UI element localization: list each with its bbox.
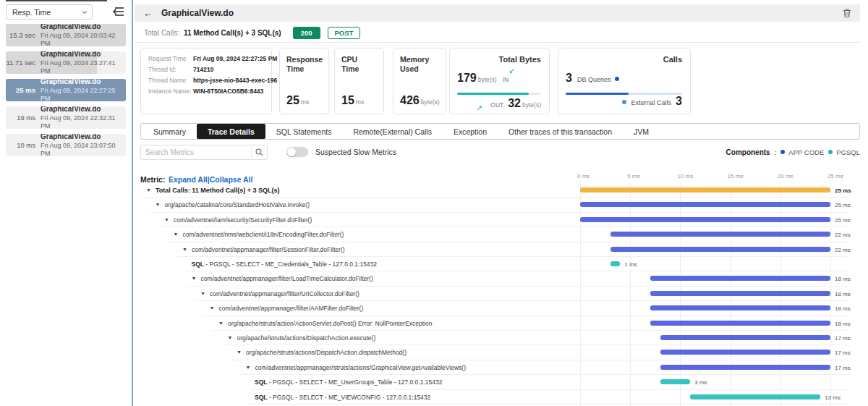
trace-row[interactable]: SQL - PGSQL - SELECT - ME_UserGroups_Tab… (140, 375, 864, 389)
trace-detail-panel: ← GraphicalView.do Total Calls: 11 Metho… (135, 0, 868, 406)
memory-used-value: 426 (400, 94, 420, 106)
duration-label: 18 ms (835, 321, 851, 327)
response-time-value: 25 (286, 94, 299, 106)
collapse-arrow-icon[interactable]: ▼ (246, 365, 251, 370)
collapse-arrow-icon[interactable]: ▼ (210, 305, 215, 310)
duration-bar[interactable] (580, 217, 830, 222)
collapse-arrow-icon[interactable]: ▼ (182, 247, 187, 252)
duration-bar[interactable] (610, 247, 830, 252)
trace-row-label: ▼com/adventnet/appmanager/struts/actions… (246, 364, 466, 371)
trace-row[interactable]: ▼org/apache/struts/actions/DispatchActio… (140, 345, 864, 360)
trace-duration: 15.3 sec (6, 31, 41, 39)
trace-row[interactable]: ▼Total Calls: 11 Method Call(s) + 3 SQL(… (140, 183, 864, 198)
duration-label: 25 ms (835, 202, 851, 208)
legend-app-code: APP CODE (780, 148, 824, 156)
duration-bar[interactable] (660, 365, 830, 370)
duration-bar[interactable] (650, 305, 830, 310)
collapse-arrow-icon[interactable]: ▼ (228, 335, 233, 340)
trace-row-label: ▼org/apache/struts/action/ActionServlet.… (218, 320, 432, 327)
search-metrics-box (140, 145, 268, 160)
duration-label: 17 ms (835, 335, 851, 342)
tab-remote-external-calls[interactable]: Remote(External) Calls (342, 124, 443, 139)
request-time-label: Request Time (148, 55, 193, 63)
trace-row[interactable]: ▼org/apache/struts/action/ActionServlet.… (140, 316, 864, 331)
cpu-time-value: 15 (341, 94, 354, 106)
tab-trace-details[interactable]: Trace Details (197, 124, 265, 139)
duration-bar[interactable] (650, 321, 830, 326)
trace-row[interactable]: SQL - PGSQL - SELECT - ME_VIEWCONFIG - 1… (140, 390, 864, 405)
bytes-in-label: IN (503, 76, 509, 83)
trace-row[interactable]: ▼com/adventnet/appmanager/filter/Session… (140, 242, 864, 257)
trace-row[interactable]: SQL - PGSQL - SELECT - ME_Credentials_Ta… (140, 257, 864, 271)
collapse-arrow-icon[interactable]: ▼ (237, 350, 242, 355)
suspected-slow-metrics-toggle[interactable] (286, 147, 308, 157)
collapse-sidebar-icon[interactable] (111, 5, 126, 18)
trace-list-item[interactable]: 25 msGraphicalView.doFri Aug 09, 2024 22… (6, 79, 126, 101)
top-edge-artifact (6, 0, 107, 1)
sort-by-dropdown[interactable]: Resp. Time (6, 4, 93, 20)
sort-by-value: Resp. Time (12, 8, 51, 17)
back-button[interactable]: ← (143, 8, 153, 19)
duration-bar[interactable] (690, 394, 820, 399)
trace-list-item[interactable]: 10 msGraphicalView.doFri Aug 09, 2024 23… (6, 134, 126, 156)
db-queries-value: 3 (566, 72, 572, 84)
duration-bar[interactable] (610, 232, 830, 237)
trace-timestamp: Fri Aug 09, 2024 22:32:31 PM (41, 114, 126, 130)
trace-list-item[interactable]: 11.71 secGraphicalView.doFri Aug 09, 202… (6, 51, 126, 74)
duration-bar[interactable] (580, 202, 830, 207)
tab-sql-statements[interactable]: SQL Statements (265, 124, 343, 139)
tab-jvm[interactable]: JVM (623, 124, 660, 139)
trace-row[interactable]: ▼com/adventnet/appmanager/filter/LoadTim… (140, 271, 864, 286)
summary-bar: Total Calls: 11 Method Call(s) + 3 SQL(s… (135, 24, 860, 43)
duration-bar[interactable] (580, 187, 830, 193)
http-method-badge: POST (328, 27, 361, 39)
trace-row[interactable]: ▼com/adventnet/appmanager/filter/UriColl… (140, 287, 864, 301)
collapse-arrow-icon[interactable]: ▼ (192, 276, 197, 281)
bytes-meter (457, 93, 541, 95)
trace-row[interactable]: ▼com/adventnet/nms/webclient/i18n/Encodi… (140, 227, 864, 242)
trace-row-label: ▼com/adventnet/appmanager/filter/AAMFilt… (210, 305, 364, 312)
tab-other-traces-of-this-transaction[interactable]: Other traces of this transaction (498, 124, 623, 139)
trace-duration: 10 ms (6, 141, 41, 149)
duration-bar[interactable] (660, 335, 830, 340)
trace-row[interactable]: ▼com/adventnet/iam/security/SecurityFilt… (140, 213, 864, 227)
trace-duration: 11.71 sec (6, 59, 41, 67)
collapse-arrow-icon[interactable]: ▼ (146, 187, 151, 193)
collapse-arrow-icon[interactable]: ▼ (218, 321, 224, 326)
collapse-arrow-icon[interactable]: ▼ (174, 232, 179, 237)
trace-row-label: SQL - PGSQL - SELECT - ME_UserGroups_Tab… (255, 378, 442, 386)
page-title: GraphicalView.do (161, 8, 234, 18)
trace-row[interactable]: ▼com/adventnet/appmanager/filter/AAMFilt… (140, 301, 864, 316)
page-header: ← GraphicalView.do (135, 4, 860, 22)
duration-bar[interactable] (610, 261, 621, 266)
memory-used-unit: byte(s) (421, 98, 440, 106)
tab-summary[interactable]: Summary (142, 124, 197, 139)
duration-bar[interactable] (650, 276, 830, 281)
trace-row[interactable]: ▼com/adventnet/appmanager/struts/actions… (140, 360, 864, 375)
duration-bar[interactable] (660, 350, 830, 355)
duration-bar[interactable] (660, 379, 691, 384)
bytes-out-label: OUT (490, 101, 503, 109)
trace-title: GraphicalView.do (41, 106, 126, 114)
trace-row[interactable]: ▼org/apache/catalina/core/StandardHostVa… (140, 198, 864, 212)
collapse-arrow-icon[interactable]: ▼ (164, 217, 169, 222)
total-calls-label: Total Calls: (144, 29, 179, 37)
response-time-unit: ms (301, 98, 309, 106)
collapse-arrow-icon[interactable]: ▼ (200, 291, 205, 296)
trace-duration: 25 ms (6, 86, 41, 94)
request-time-value: Fri Aug 09, 2024 22:27:25 PM (193, 55, 277, 63)
search-metrics-input[interactable] (141, 148, 251, 156)
calls-card: Calls 3DB Queries External Calls3 (558, 48, 691, 114)
trace-row[interactable]: ▼org/apache/struts/actions/DispatchActio… (140, 331, 864, 345)
trace-list-item[interactable]: 19 msGraphicalView.doFri Aug 09, 2024 22… (6, 106, 126, 129)
delete-trace-icon[interactable] (843, 8, 851, 18)
tab-exception[interactable]: Exception (443, 124, 498, 139)
pgsql-label: PGSQL (836, 148, 860, 156)
search-icon[interactable] (251, 145, 267, 159)
trace-list-item[interactable]: 15.3 secGraphicalView.doFri Aug 09, 2024… (6, 24, 126, 46)
trace-timestamp: Fri Aug 09, 2024 23:07:50 PM (41, 142, 126, 157)
timeline-tick: 0 ms (577, 173, 590, 179)
duration-bar[interactable] (650, 291, 830, 296)
collapse-arrow-icon[interactable]: ▼ (156, 202, 161, 207)
trace-duration: 19 ms (6, 114, 41, 122)
